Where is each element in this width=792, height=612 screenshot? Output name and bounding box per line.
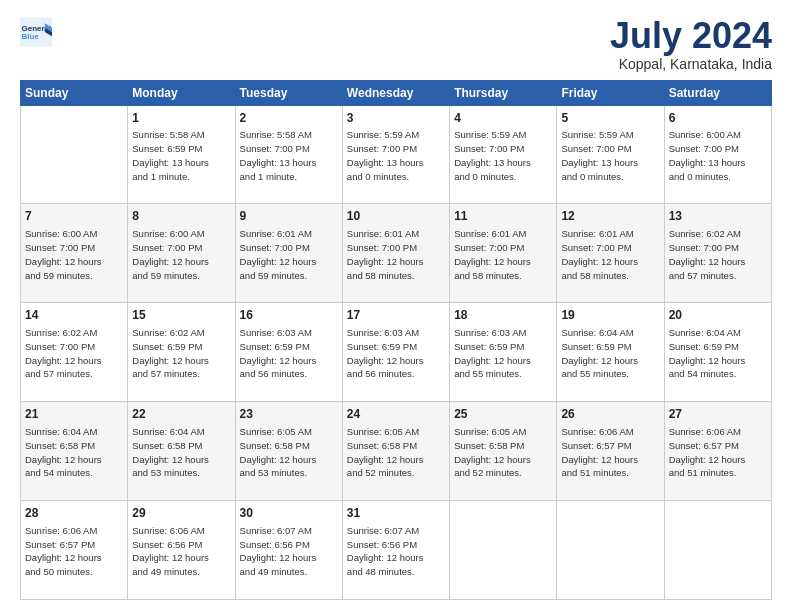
- col-header-thursday: Thursday: [450, 80, 557, 105]
- day-number: 16: [240, 307, 338, 324]
- cell-info: Sunrise: 6:05 AM Sunset: 6:58 PM Dayligh…: [240, 425, 338, 480]
- cell-info: Sunrise: 6:04 AM Sunset: 6:59 PM Dayligh…: [561, 326, 659, 381]
- cell-info: Sunrise: 6:03 AM Sunset: 6:59 PM Dayligh…: [347, 326, 445, 381]
- day-number: 21: [25, 406, 123, 423]
- logo-icon: General Blue: [20, 16, 52, 48]
- calendar-cell: 2Sunrise: 5:58 AM Sunset: 7:00 PM Daylig…: [235, 105, 342, 204]
- calendar-cell: [21, 105, 128, 204]
- calendar-cell: 12Sunrise: 6:01 AM Sunset: 7:00 PM Dayli…: [557, 204, 664, 303]
- day-number: 8: [132, 208, 230, 225]
- calendar-cell: 7Sunrise: 6:00 AM Sunset: 7:00 PM Daylig…: [21, 204, 128, 303]
- week-row-1: 1Sunrise: 5:58 AM Sunset: 6:59 PM Daylig…: [21, 105, 772, 204]
- calendar-cell: 21Sunrise: 6:04 AM Sunset: 6:58 PM Dayli…: [21, 402, 128, 501]
- calendar-cell: [664, 501, 771, 600]
- day-number: 27: [669, 406, 767, 423]
- cell-info: Sunrise: 6:01 AM Sunset: 7:00 PM Dayligh…: [454, 227, 552, 282]
- header: General Blue July 2024 Koppal, Karnataka…: [20, 16, 772, 72]
- col-header-friday: Friday: [557, 80, 664, 105]
- day-number: 9: [240, 208, 338, 225]
- day-number: 26: [561, 406, 659, 423]
- col-header-wednesday: Wednesday: [342, 80, 449, 105]
- calendar-cell: 8Sunrise: 6:00 AM Sunset: 7:00 PM Daylig…: [128, 204, 235, 303]
- col-header-monday: Monday: [128, 80, 235, 105]
- day-number: 24: [347, 406, 445, 423]
- day-number: 25: [454, 406, 552, 423]
- day-number: 3: [347, 110, 445, 127]
- cell-info: Sunrise: 6:06 AM Sunset: 6:57 PM Dayligh…: [25, 524, 123, 579]
- cell-info: Sunrise: 6:04 AM Sunset: 6:58 PM Dayligh…: [25, 425, 123, 480]
- cell-info: Sunrise: 5:58 AM Sunset: 6:59 PM Dayligh…: [132, 128, 230, 183]
- day-number: 15: [132, 307, 230, 324]
- day-number: 2: [240, 110, 338, 127]
- cell-info: Sunrise: 6:03 AM Sunset: 6:59 PM Dayligh…: [454, 326, 552, 381]
- cell-info: Sunrise: 6:02 AM Sunset: 6:59 PM Dayligh…: [132, 326, 230, 381]
- calendar-cell: 14Sunrise: 6:02 AM Sunset: 7:00 PM Dayli…: [21, 303, 128, 402]
- title-block: July 2024 Koppal, Karnataka, India: [610, 16, 772, 72]
- cell-info: Sunrise: 6:06 AM Sunset: 6:57 PM Dayligh…: [561, 425, 659, 480]
- cell-info: Sunrise: 6:04 AM Sunset: 6:59 PM Dayligh…: [669, 326, 767, 381]
- calendar-cell: 24Sunrise: 6:05 AM Sunset: 6:58 PM Dayli…: [342, 402, 449, 501]
- subtitle: Koppal, Karnataka, India: [610, 56, 772, 72]
- cell-info: Sunrise: 5:59 AM Sunset: 7:00 PM Dayligh…: [454, 128, 552, 183]
- svg-text:Blue: Blue: [21, 32, 39, 41]
- cell-info: Sunrise: 5:58 AM Sunset: 7:00 PM Dayligh…: [240, 128, 338, 183]
- day-number: 11: [454, 208, 552, 225]
- calendar-table: SundayMondayTuesdayWednesdayThursdayFrid…: [20, 80, 772, 600]
- day-number: 13: [669, 208, 767, 225]
- day-number: 17: [347, 307, 445, 324]
- calendar-cell: 1Sunrise: 5:58 AM Sunset: 6:59 PM Daylig…: [128, 105, 235, 204]
- calendar-cell: 26Sunrise: 6:06 AM Sunset: 6:57 PM Dayli…: [557, 402, 664, 501]
- day-number: 31: [347, 505, 445, 522]
- week-row-5: 28Sunrise: 6:06 AM Sunset: 6:57 PM Dayli…: [21, 501, 772, 600]
- day-number: 4: [454, 110, 552, 127]
- day-number: 20: [669, 307, 767, 324]
- cell-info: Sunrise: 6:07 AM Sunset: 6:56 PM Dayligh…: [347, 524, 445, 579]
- day-number: 6: [669, 110, 767, 127]
- main-title: July 2024: [610, 16, 772, 56]
- calendar-cell: [450, 501, 557, 600]
- calendar-cell: 17Sunrise: 6:03 AM Sunset: 6:59 PM Dayli…: [342, 303, 449, 402]
- calendar-cell: 6Sunrise: 6:00 AM Sunset: 7:00 PM Daylig…: [664, 105, 771, 204]
- calendar-cell: 18Sunrise: 6:03 AM Sunset: 6:59 PM Dayli…: [450, 303, 557, 402]
- day-number: 12: [561, 208, 659, 225]
- calendar-cell: 22Sunrise: 6:04 AM Sunset: 6:58 PM Dayli…: [128, 402, 235, 501]
- day-number: 18: [454, 307, 552, 324]
- calendar-cell: 19Sunrise: 6:04 AM Sunset: 6:59 PM Dayli…: [557, 303, 664, 402]
- calendar-cell: 28Sunrise: 6:06 AM Sunset: 6:57 PM Dayli…: [21, 501, 128, 600]
- day-number: 28: [25, 505, 123, 522]
- cell-info: Sunrise: 6:02 AM Sunset: 7:00 PM Dayligh…: [669, 227, 767, 282]
- calendar-cell: 5Sunrise: 5:59 AM Sunset: 7:00 PM Daylig…: [557, 105, 664, 204]
- col-header-saturday: Saturday: [664, 80, 771, 105]
- calendar-cell: 27Sunrise: 6:06 AM Sunset: 6:57 PM Dayli…: [664, 402, 771, 501]
- week-row-3: 14Sunrise: 6:02 AM Sunset: 7:00 PM Dayli…: [21, 303, 772, 402]
- calendar-cell: 4Sunrise: 5:59 AM Sunset: 7:00 PM Daylig…: [450, 105, 557, 204]
- day-number: 7: [25, 208, 123, 225]
- cell-info: Sunrise: 6:01 AM Sunset: 7:00 PM Dayligh…: [561, 227, 659, 282]
- cell-info: Sunrise: 5:59 AM Sunset: 7:00 PM Dayligh…: [347, 128, 445, 183]
- cell-info: Sunrise: 6:01 AM Sunset: 7:00 PM Dayligh…: [240, 227, 338, 282]
- day-number: 29: [132, 505, 230, 522]
- cell-info: Sunrise: 6:00 AM Sunset: 7:00 PM Dayligh…: [132, 227, 230, 282]
- cell-info: Sunrise: 6:03 AM Sunset: 6:59 PM Dayligh…: [240, 326, 338, 381]
- calendar-cell: 29Sunrise: 6:06 AM Sunset: 6:56 PM Dayli…: [128, 501, 235, 600]
- cell-info: Sunrise: 5:59 AM Sunset: 7:00 PM Dayligh…: [561, 128, 659, 183]
- calendar-cell: 23Sunrise: 6:05 AM Sunset: 6:58 PM Dayli…: [235, 402, 342, 501]
- cell-info: Sunrise: 6:00 AM Sunset: 7:00 PM Dayligh…: [25, 227, 123, 282]
- calendar-cell: 31Sunrise: 6:07 AM Sunset: 6:56 PM Dayli…: [342, 501, 449, 600]
- calendar-cell: 10Sunrise: 6:01 AM Sunset: 7:00 PM Dayli…: [342, 204, 449, 303]
- cell-info: Sunrise: 6:02 AM Sunset: 7:00 PM Dayligh…: [25, 326, 123, 381]
- day-number: 5: [561, 110, 659, 127]
- calendar-cell: 15Sunrise: 6:02 AM Sunset: 6:59 PM Dayli…: [128, 303, 235, 402]
- col-header-tuesday: Tuesday: [235, 80, 342, 105]
- day-number: 19: [561, 307, 659, 324]
- cell-info: Sunrise: 6:06 AM Sunset: 6:57 PM Dayligh…: [669, 425, 767, 480]
- day-number: 10: [347, 208, 445, 225]
- col-header-sunday: Sunday: [21, 80, 128, 105]
- day-number: 30: [240, 505, 338, 522]
- logo: General Blue: [20, 16, 54, 48]
- cell-info: Sunrise: 6:07 AM Sunset: 6:56 PM Dayligh…: [240, 524, 338, 579]
- day-number: 23: [240, 406, 338, 423]
- week-row-4: 21Sunrise: 6:04 AM Sunset: 6:58 PM Dayli…: [21, 402, 772, 501]
- day-number: 22: [132, 406, 230, 423]
- day-number: 1: [132, 110, 230, 127]
